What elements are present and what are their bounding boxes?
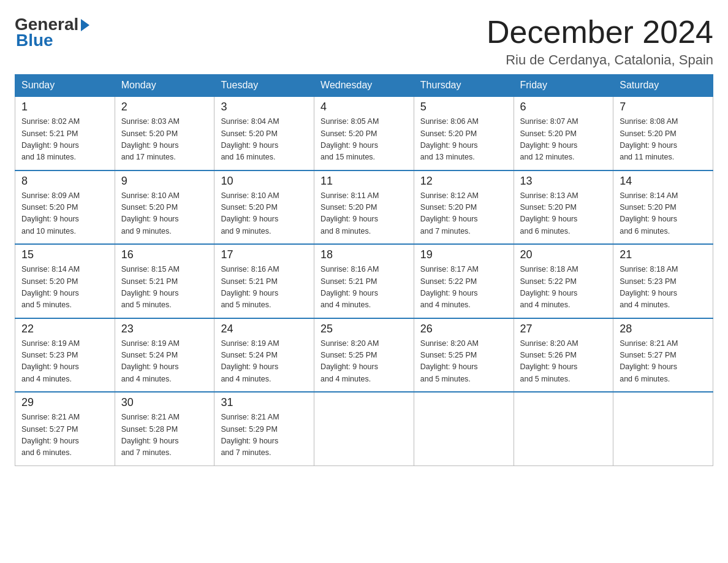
day-info: Sunrise: 8:14 AM Sunset: 5:20 PM Dayligh… — [620, 190, 707, 238]
day-number: 20 — [520, 248, 607, 261]
day-info: Sunrise: 8:03 AM Sunset: 5:20 PM Dayligh… — [121, 116, 208, 164]
calendar-cell: 7 Sunrise: 8:08 AM Sunset: 5:20 PM Dayli… — [613, 96, 713, 170]
day-info: Sunrise: 8:07 AM Sunset: 5:20 PM Dayligh… — [520, 116, 607, 164]
day-info: Sunrise: 8:04 AM Sunset: 5:20 PM Dayligh… — [221, 116, 308, 164]
day-info: Sunrise: 8:18 AM Sunset: 5:22 PM Dayligh… — [520, 264, 607, 312]
calendar-cell: 29 Sunrise: 8:21 AM Sunset: 5:27 PM Dayl… — [15, 392, 115, 465]
calendar-cell — [514, 392, 613, 465]
calendar-cell: 10 Sunrise: 8:10 AM Sunset: 5:20 PM Dayl… — [214, 170, 314, 245]
header-wednesday: Wednesday — [314, 75, 414, 97]
day-info: Sunrise: 8:21 AM Sunset: 5:27 PM Dayligh… — [21, 412, 108, 459]
calendar-cell: 12 Sunrise: 8:12 AM Sunset: 5:20 PM Dayl… — [414, 170, 514, 245]
calendar-table: Sunday Monday Tuesday Wednesday Thursday… — [15, 74, 713, 466]
calendar-cell: 16 Sunrise: 8:15 AM Sunset: 5:21 PM Dayl… — [115, 244, 214, 318]
days-header-row: Sunday Monday Tuesday Wednesday Thursday… — [15, 75, 713, 97]
calendar-cell: 1 Sunrise: 8:02 AM Sunset: 5:21 PM Dayli… — [15, 96, 115, 170]
calendar-cell: 25 Sunrise: 8:20 AM Sunset: 5:25 PM Dayl… — [314, 318, 414, 393]
week-row-2: 8 Sunrise: 8:09 AM Sunset: 5:20 PM Dayli… — [15, 170, 713, 245]
calendar-cell: 19 Sunrise: 8:17 AM Sunset: 5:22 PM Dayl… — [414, 244, 514, 318]
day-info: Sunrise: 8:10 AM Sunset: 5:20 PM Dayligh… — [121, 190, 208, 238]
day-number: 4 — [320, 101, 408, 113]
calendar-cell: 30 Sunrise: 8:21 AM Sunset: 5:28 PM Dayl… — [115, 392, 214, 465]
day-number: 6 — [520, 101, 607, 113]
calendar-cell: 20 Sunrise: 8:18 AM Sunset: 5:22 PM Dayl… — [514, 244, 613, 318]
day-number: 17 — [221, 248, 308, 261]
day-info: Sunrise: 8:21 AM Sunset: 5:28 PM Dayligh… — [121, 412, 208, 459]
calendar-cell: 28 Sunrise: 8:21 AM Sunset: 5:27 PM Dayl… — [613, 318, 713, 393]
day-number: 26 — [420, 323, 507, 335]
day-number: 24 — [221, 323, 308, 335]
calendar-cell: 5 Sunrise: 8:06 AM Sunset: 5:20 PM Dayli… — [414, 96, 514, 170]
calendar-cell: 3 Sunrise: 8:04 AM Sunset: 5:20 PM Dayli… — [214, 96, 314, 170]
calendar-cell: 14 Sunrise: 8:14 AM Sunset: 5:20 PM Dayl… — [613, 170, 713, 245]
day-number: 31 — [221, 396, 308, 409]
day-info: Sunrise: 8:14 AM Sunset: 5:20 PM Dayligh… — [21, 264, 108, 312]
day-number: 27 — [520, 323, 607, 335]
header-tuesday: Tuesday — [214, 75, 314, 97]
calendar-cell — [414, 392, 514, 465]
calendar-subtitle: Riu de Cerdanya, Catalonia, Spain — [487, 52, 713, 68]
day-info: Sunrise: 8:20 AM Sunset: 5:25 PM Dayligh… — [320, 338, 408, 386]
day-info: Sunrise: 8:13 AM Sunset: 5:20 PM Dayligh… — [520, 190, 607, 238]
day-info: Sunrise: 8:16 AM Sunset: 5:21 PM Dayligh… — [320, 264, 408, 312]
calendar-cell — [314, 392, 414, 465]
calendar-cell: 31 Sunrise: 8:21 AM Sunset: 5:29 PM Dayl… — [214, 392, 314, 465]
calendar-cell: 18 Sunrise: 8:16 AM Sunset: 5:21 PM Dayl… — [314, 244, 414, 318]
day-number: 23 — [121, 323, 208, 335]
day-number: 11 — [320, 175, 408, 188]
day-info: Sunrise: 8:17 AM Sunset: 5:22 PM Dayligh… — [420, 264, 507, 312]
day-number: 3 — [221, 101, 308, 113]
day-number: 15 — [21, 248, 108, 261]
day-info: Sunrise: 8:16 AM Sunset: 5:21 PM Dayligh… — [221, 264, 308, 312]
day-number: 12 — [420, 175, 507, 188]
day-number: 8 — [21, 175, 108, 188]
week-row-1: 1 Sunrise: 8:02 AM Sunset: 5:21 PM Dayli… — [15, 96, 713, 170]
day-info: Sunrise: 8:21 AM Sunset: 5:29 PM Dayligh… — [221, 412, 308, 459]
logo: General Blue — [15, 15, 89, 50]
calendar-cell: 6 Sunrise: 8:07 AM Sunset: 5:20 PM Dayli… — [514, 96, 613, 170]
week-row-3: 15 Sunrise: 8:14 AM Sunset: 5:20 PM Dayl… — [15, 244, 713, 318]
header-thursday: Thursday — [414, 75, 514, 97]
day-number: 2 — [121, 101, 208, 113]
day-number: 28 — [620, 323, 707, 335]
calendar-cell: 4 Sunrise: 8:05 AM Sunset: 5:20 PM Dayli… — [314, 96, 414, 170]
day-number: 29 — [21, 396, 108, 409]
day-info: Sunrise: 8:11 AM Sunset: 5:20 PM Dayligh… — [320, 190, 408, 238]
day-info: Sunrise: 8:19 AM Sunset: 5:23 PM Dayligh… — [21, 338, 108, 386]
calendar-cell: 15 Sunrise: 8:14 AM Sunset: 5:20 PM Dayl… — [15, 244, 115, 318]
title-block: December 2024 Riu de Cerdanya, Catalonia… — [487, 15, 713, 68]
day-number: 25 — [320, 323, 408, 335]
day-info: Sunrise: 8:20 AM Sunset: 5:25 PM Dayligh… — [420, 338, 507, 386]
day-number: 22 — [21, 323, 108, 335]
calendar-cell: 27 Sunrise: 8:20 AM Sunset: 5:26 PM Dayl… — [514, 318, 613, 393]
day-info: Sunrise: 8:18 AM Sunset: 5:23 PM Dayligh… — [620, 264, 707, 312]
calendar-cell: 22 Sunrise: 8:19 AM Sunset: 5:23 PM Dayl… — [15, 318, 115, 393]
header-sunday: Sunday — [15, 75, 115, 97]
day-number: 19 — [420, 248, 507, 261]
day-number: 30 — [121, 396, 208, 409]
week-row-5: 29 Sunrise: 8:21 AM Sunset: 5:27 PM Dayl… — [15, 392, 713, 465]
calendar-cell — [613, 392, 713, 465]
calendar-cell: 23 Sunrise: 8:19 AM Sunset: 5:24 PM Dayl… — [115, 318, 214, 393]
logo-arrow-icon — [81, 19, 89, 31]
calendar-cell: 24 Sunrise: 8:19 AM Sunset: 5:24 PM Dayl… — [214, 318, 314, 393]
calendar-cell: 11 Sunrise: 8:11 AM Sunset: 5:20 PM Dayl… — [314, 170, 414, 245]
day-number: 5 — [420, 101, 507, 113]
day-info: Sunrise: 8:10 AM Sunset: 5:20 PM Dayligh… — [221, 190, 308, 238]
calendar-cell: 13 Sunrise: 8:13 AM Sunset: 5:20 PM Dayl… — [514, 170, 613, 245]
header-monday: Monday — [115, 75, 214, 97]
day-info: Sunrise: 8:02 AM Sunset: 5:21 PM Dayligh… — [21, 116, 108, 164]
logo-blue-text: Blue — [16, 31, 53, 50]
day-info: Sunrise: 8:08 AM Sunset: 5:20 PM Dayligh… — [620, 116, 707, 164]
calendar-cell: 2 Sunrise: 8:03 AM Sunset: 5:20 PM Dayli… — [115, 96, 214, 170]
day-info: Sunrise: 8:19 AM Sunset: 5:24 PM Dayligh… — [121, 338, 208, 386]
day-info: Sunrise: 8:15 AM Sunset: 5:21 PM Dayligh… — [121, 264, 208, 312]
day-info: Sunrise: 8:19 AM Sunset: 5:24 PM Dayligh… — [221, 338, 308, 386]
day-info: Sunrise: 8:12 AM Sunset: 5:20 PM Dayligh… — [420, 190, 507, 238]
header-saturday: Saturday — [613, 75, 713, 97]
week-row-4: 22 Sunrise: 8:19 AM Sunset: 5:23 PM Dayl… — [15, 318, 713, 393]
day-number: 18 — [320, 248, 408, 261]
day-number: 10 — [221, 175, 308, 188]
day-info: Sunrise: 8:05 AM Sunset: 5:20 PM Dayligh… — [320, 116, 408, 164]
day-info: Sunrise: 8:20 AM Sunset: 5:26 PM Dayligh… — [520, 338, 607, 386]
